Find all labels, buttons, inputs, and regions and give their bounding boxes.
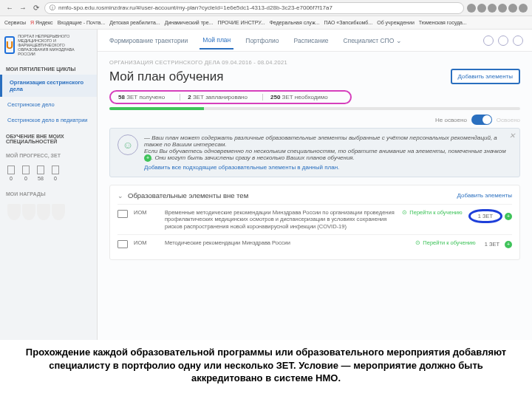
- help-icon[interactable]: [483, 35, 494, 46]
- notify-icon[interactable]: [498, 35, 508, 46]
- bookmark[interactable]: Я Яндекс: [30, 20, 53, 25]
- sidebar-item-pediatrics[interactable]: Сестринское дело в педиатрии: [0, 112, 97, 128]
- row-type: ИОМ: [134, 209, 159, 216]
- green-badge-icon: +: [505, 213, 512, 220]
- ext-icon[interactable]: [519, 4, 528, 13]
- user-icon[interactable]: [513, 35, 523, 46]
- table-row: ИОМ Методические рекомендации Минздрава …: [117, 234, 512, 253]
- row-type: ИОМ: [134, 239, 159, 246]
- url-bar[interactable]: ⓘ nmfo-spo.edu.rosminzdrav.ru/#/user-acc…: [44, 2, 464, 14]
- award-shield-icon: [7, 204, 21, 220]
- bookmark[interactable]: Сервисы: [4, 20, 26, 25]
- green-badge-icon: +: [144, 154, 151, 162]
- sidebar-item-nursing[interactable]: Сестринское дело: [0, 97, 97, 112]
- bookmarks-bar: Сервисы Я Яндекс Входящие - Почта... Дет…: [0, 16, 532, 30]
- ext-icon[interactable]: [498, 4, 507, 13]
- progress-bar: [109, 107, 520, 110]
- progress-icons: 0 0 58 0: [0, 161, 97, 185]
- stats-highlight: 58 ЗЕТ получено 2 ЗЕТ запланировано 250 …: [109, 90, 352, 104]
- awards-row: [0, 200, 97, 225]
- table-row: ИОМ Временные методические рекомендации …: [117, 204, 512, 234]
- page-title: Мой план обучения: [109, 69, 223, 84]
- toggle-label-off: Не освоено: [435, 117, 467, 123]
- bookmark[interactable]: Федеральная служ...: [270, 20, 320, 25]
- sidebar-heading: ОБУЧЕНИЕ ВНЕ МОИХ СПЕЦИАЛЬНОСТЕЙ: [0, 128, 97, 147]
- section-add-link[interactable]: Добавить элементы: [457, 192, 512, 199]
- chevron-down-icon[interactable]: ⌄: [117, 192, 123, 200]
- nav-forward-icon[interactable]: →: [18, 3, 28, 13]
- bookmark[interactable]: Динамический тре...: [165, 20, 214, 25]
- hint-text: Если Вы обучаетесь одновременно по неско…: [144, 148, 512, 162]
- sidebar-heading: МОИ НАГРАДЫ: [0, 185, 97, 200]
- monitor-icon: [117, 210, 128, 218]
- section-title: Образовательные элементы вне тем: [128, 191, 248, 200]
- toggle-label-on: Освоено: [497, 117, 520, 123]
- extension-icons: [467, 4, 528, 13]
- logo-icon: U: [4, 36, 15, 54]
- browser-chrome: ← → ⟳ ⓘ nmfo-spo.edu.rosminzdrav.ru/#/us…: [0, 0, 532, 16]
- hint-text: — Ваш план может содержать различные обр…: [144, 134, 512, 148]
- mastered-toggle[interactable]: [471, 115, 492, 125]
- award-shield-icon: [52, 204, 65, 220]
- hint-panel: ☺ — Ваш план может содержать различные о…: [109, 128, 520, 177]
- award-shield-icon: [22, 204, 35, 220]
- add-elements-button[interactable]: Добавить элементы: [451, 69, 520, 84]
- zet-value: 1 ЗЕТ: [482, 239, 502, 249]
- award-shield-icon: [37, 204, 50, 220]
- chevron-down-icon: ⌄: [396, 37, 402, 44]
- sidebar: U ПОРТАЛ НЕПРЕРЫВНОГО МЕДИЦИНСКОГО И ФАР…: [0, 30, 98, 340]
- sidebar-item-org[interactable]: Организация сестринского дела: [0, 75, 97, 97]
- bookmark[interactable]: ПАО «Запсибкомб...: [324, 20, 372, 25]
- sidebar-heading: МОИ ПЯТИЛЕТНИЕ ЦИКЛЫ: [0, 61, 97, 75]
- row-title: Временные методические рекомендации Минз…: [165, 209, 396, 230]
- bookmark[interactable]: Об учреждении: [377, 20, 415, 25]
- bookmark[interactable]: ПРОЧИЕ ИНСТРУ...: [217, 20, 265, 25]
- zet-value: 1 ЗЕТ: [468, 209, 502, 223]
- slide-caption: Прохождение каждой образовательной прогр…: [0, 340, 532, 385]
- tab-schedule[interactable]: Расписание: [291, 33, 332, 49]
- ext-icon[interactable]: [508, 4, 517, 13]
- row-title: Методические рекомендации Минздрава Росс…: [165, 239, 409, 246]
- logo-block: U ПОРТАЛ НЕПРЕРЫВНОГО МЕДИЦИНСКОГО И ФАР…: [0, 30, 97, 61]
- elements-section: ⌄ Образовательные элементы вне тем Добав…: [109, 185, 520, 260]
- sidebar-heading: МОЙ ПРОГРЕСС, ЗЕТ: [0, 147, 97, 161]
- bookmark[interactable]: Входящие - Почта...: [58, 20, 106, 25]
- bookmark[interactable]: Тюменская госуда...: [419, 20, 467, 25]
- cycle-dates: ОРГАНИЗАЦИЯ СЕСТРИНСКОГО ДЕЛА 09.04.2016…: [109, 59, 520, 66]
- go-to-study-link[interactable]: ⊙ Перейти к обучению: [402, 209, 462, 216]
- url-text: nmfo-spo.edu.rosminzdrav.ru/#/user-accou…: [58, 4, 332, 11]
- monitor-icon: [117, 240, 128, 248]
- logo-text: ПОРТАЛ НЕПРЕРЫВНОГО МЕДИЦИНСКОГО И ФАРМА…: [18, 34, 92, 56]
- tab-my-plan[interactable]: Мой план: [200, 32, 233, 50]
- ext-icon[interactable]: [467, 4, 476, 13]
- ext-icon[interactable]: [477, 4, 486, 13]
- reload-icon[interactable]: ⟳: [31, 3, 41, 13]
- progress-icon: [37, 166, 44, 174]
- close-icon[interactable]: ✕: [509, 132, 515, 140]
- green-badge-icon: +: [505, 241, 512, 248]
- tab-trajectory[interactable]: Формирование траектории: [106, 33, 191, 49]
- tab-specialist[interactable]: Специалист СПО ⌄: [340, 33, 404, 49]
- nav-back-icon[interactable]: ←: [4, 3, 15, 13]
- ext-icon[interactable]: [488, 4, 497, 13]
- progress-icon: [52, 166, 59, 174]
- main-area: Формирование траектории Мой план Портфол…: [98, 30, 532, 340]
- progress-icon: [7, 166, 15, 174]
- bookmark[interactable]: Детская реабилита...: [109, 20, 160, 25]
- top-tabs: Формирование траектории Мой план Портфол…: [98, 30, 532, 52]
- add-all-link[interactable]: Добавить все подходящие образовательные …: [144, 164, 512, 171]
- robot-face-icon: ☺: [117, 134, 138, 155]
- tab-portfolio[interactable]: Портфолио: [242, 33, 282, 49]
- progress-icon: [22, 166, 30, 174]
- go-to-study-link[interactable]: ⊙ Перейти к обучению: [415, 239, 475, 246]
